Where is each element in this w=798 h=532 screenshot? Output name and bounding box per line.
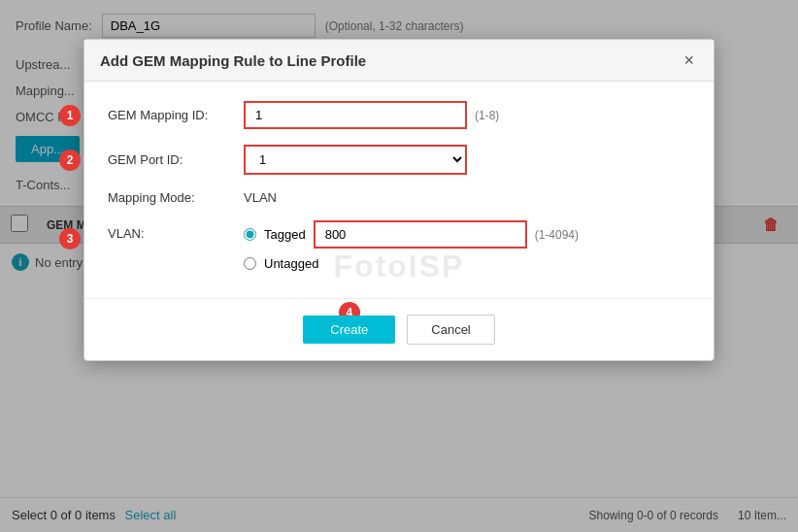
mapping-mode-label: Mapping Mode:	[108, 190, 244, 205]
modal-dialog: Add GEM Mapping Rule to Line Profile × 1…	[83, 39, 715, 361]
untagged-radio[interactable]	[244, 257, 256, 270]
step-3-badge: 3	[59, 228, 81, 249]
modal-body: 1 GEM Mapping ID: (1-8) 2 GEM Port ID: 1…	[84, 82, 714, 298]
create-button[interactable]: Create	[303, 316, 395, 344]
modal-close-button[interactable]: ×	[680, 51, 698, 69]
create-btn-wrap: 4 Create	[303, 316, 395, 344]
gem-mapping-id-hint: (1-8)	[475, 109, 499, 122]
cancel-button[interactable]: Cancel	[407, 315, 494, 345]
gem-mapping-id-input[interactable]	[244, 101, 467, 129]
gem-port-id-select[interactable]: 1 2 3 4	[244, 145, 467, 175]
modal-header: Add GEM Mapping Rule to Line Profile ×	[84, 40, 714, 82]
gem-mapping-id-wrap: (1-8)	[244, 101, 690, 129]
background-page: Profile Name: (Optional, 1-32 characters…	[0, 0, 798, 532]
untagged-radio-row: Untagged	[244, 256, 579, 271]
modal-title: Add GEM Mapping Rule to Line Profile	[100, 52, 366, 69]
gem-port-id-row: 2 GEM Port ID: 1 2 3 4	[108, 145, 690, 175]
tagged-radio[interactable]	[244, 228, 256, 241]
modal-overlay: Add GEM Mapping Rule to Line Profile × 1…	[0, 0, 798, 532]
gem-port-id-wrap: 1 2 3 4	[244, 145, 690, 175]
step-2-badge: 2	[59, 150, 81, 171]
mapping-mode-row: Mapping Mode: VLAN	[108, 190, 690, 205]
vlan-row: 3 VLAN: Tagged (1-4094) Untagged	[108, 220, 690, 271]
step-1-badge: 1	[59, 105, 81, 126]
untagged-label: Untagged	[264, 256, 318, 271]
vlan-hint: (1-4094)	[535, 228, 579, 242]
gem-mapping-id-label: GEM Mapping ID:	[108, 108, 244, 122]
vlan-radio-group: Tagged (1-4094) Untagged	[244, 220, 579, 271]
modal-footer: 4 Create Cancel	[84, 298, 714, 360]
vlan-label: VLAN:	[108, 220, 244, 241]
gem-mapping-id-row: 1 GEM Mapping ID: (1-8)	[108, 101, 690, 129]
tagged-label: Tagged	[264, 227, 306, 242]
mapping-mode-value: VLAN	[244, 190, 277, 205]
tagged-radio-row: Tagged (1-4094)	[244, 220, 579, 249]
vlan-value-input[interactable]	[314, 220, 527, 249]
gem-port-id-label: GEM Port ID:	[108, 152, 244, 167]
